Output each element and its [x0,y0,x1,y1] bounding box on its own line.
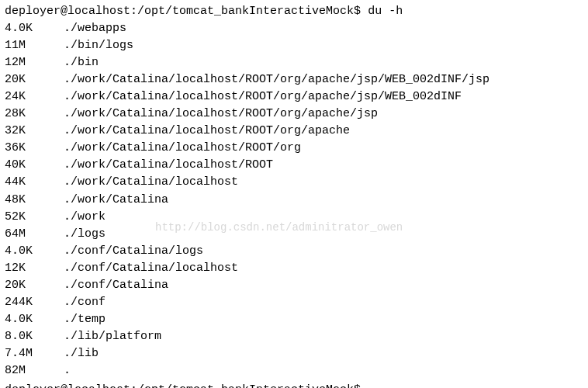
output-row: 4.0K./temp [5,311,583,328]
path-value: ./webapps [64,20,583,37]
output-row: 52K./work [5,209,583,226]
prompt-host: localhost [67,5,130,18]
output-row: 4.0K./conf/Catalina/logs [5,243,583,260]
path-value: ./work/Catalina/localhost/ROOT/org/apach… [64,88,583,106]
output-row: 20K./conf/Catalina [5,277,583,294]
output-row: 4.0K./webapps [5,20,583,37]
prompt-user: deployer [5,383,61,388]
size-value: 32K [5,123,64,140]
command-output: 4.0K./webapps11M./bin/logs12M./bin20K./w… [5,20,583,379]
terminal-prompt-line-next[interactable]: deployer@localhost:/opt/tomcat_bankInter… [5,379,583,388]
prompt-colon: : [130,383,137,388]
size-value: 48K [5,192,64,209]
size-value: 8.0K [5,328,64,345]
path-value: ./bin [64,54,583,71]
size-value: 36K [5,140,64,157]
prompt-host: localhost [67,383,130,388]
size-value: 82M [5,362,64,379]
prompt-user: deployer [5,5,61,18]
output-row: 8.0K./lib/platform [5,328,583,345]
size-value: 52K [5,209,64,226]
prompt-path: /opt/tomcat_bankInteractiveMock [137,5,354,18]
size-value: 7.4M [5,345,64,362]
prompt-symbol: $ [354,5,361,18]
path-value: ./work/Catalina/localhost/ROOT/org/apach… [64,123,583,140]
path-value: ./work/Catalina [64,192,583,209]
path-value: ./bin/logs [64,37,583,54]
output-row: 28K./work/Catalina/localhost/ROOT/org/ap… [5,106,583,123]
size-value: 4.0K [5,311,64,328]
size-value: 20K [5,277,64,294]
command-text: du -h [368,5,403,18]
path-value: ./work/Catalina/localhost/ROOT/org/apach… [64,71,583,88]
terminal-prompt-line: deployer@localhost:/opt/tomcat_bankInter… [5,3,583,20]
path-value: ./temp [64,311,583,328]
path-value: ./work/Catalina/localhost/ROOT/org [64,140,583,157]
size-value: 40K [5,157,64,174]
output-row: 12M./bin [5,54,583,71]
output-row: 20K./work/Catalina/localhost/ROOT/org/ap… [5,71,583,88]
output-row: 40K./work/Catalina/localhost/ROOT [5,157,583,174]
size-value: 244K [5,294,64,311]
path-value: ./work/Catalina/localhost [64,174,583,191]
path-value: ./work/Catalina/localhost/ROOT/org/apach… [64,106,583,123]
size-value: 28K [5,106,64,123]
size-value: 12M [5,54,64,71]
size-value: 4.0K [5,20,64,37]
output-row: 244K./conf [5,294,583,311]
size-value: 20K [5,71,64,88]
output-row: 36K./work/Catalina/localhost/ROOT/org [5,140,583,157]
output-row: 12K./conf/Catalina/localhost [5,260,583,277]
output-row: 7.4M./lib [5,345,583,362]
path-value: ./conf/Catalina/logs [64,243,583,260]
prompt-colon: : [130,5,137,18]
path-value: ./conf/Catalina [64,277,583,294]
size-value: 11M [5,37,64,54]
output-row: 11M./bin/logs [5,37,583,54]
path-value: . [64,362,583,379]
path-value: ./logs [64,226,583,243]
prompt-symbol: $ [354,383,361,388]
prompt-at: @ [61,5,67,18]
output-row: 64M./logs [5,226,583,243]
size-value: 44K [5,174,64,191]
output-row: 48K./work/Catalina [5,192,583,209]
output-row: 82M. [5,362,583,379]
size-value: 4.0K [5,243,64,260]
output-row: 24K./work/Catalina/localhost/ROOT/org/ap… [5,88,583,106]
output-row: 44K./work/Catalina/localhost [5,174,583,191]
prompt-path: /opt/tomcat_bankInteractiveMock [137,383,354,388]
path-value: ./conf/Catalina/localhost [64,260,583,277]
output-row: 32K./work/Catalina/localhost/ROOT/org/ap… [5,123,583,140]
prompt-at: @ [61,383,67,388]
size-value: 12K [5,260,64,277]
path-value: ./work [64,209,583,226]
path-value: ./lib/platform [64,328,583,345]
path-value: ./lib [64,345,583,362]
size-value: 24K [5,88,64,106]
path-value: ./work/Catalina/localhost/ROOT [64,157,583,174]
path-value: ./conf [64,294,583,311]
size-value: 64M [5,226,64,243]
